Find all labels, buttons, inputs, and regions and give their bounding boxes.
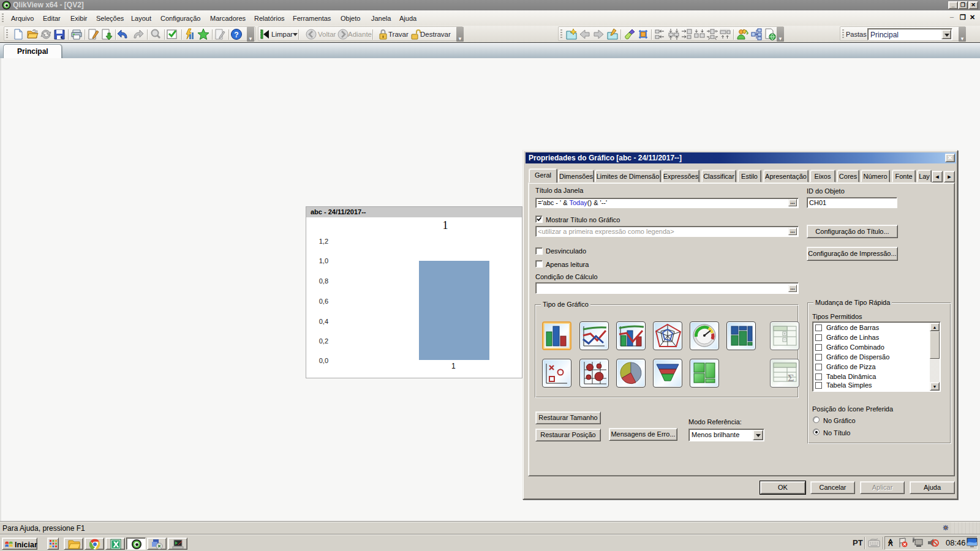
svg-text:?: ? — [234, 31, 238, 39]
svg-text:Σ: Σ — [788, 373, 794, 383]
